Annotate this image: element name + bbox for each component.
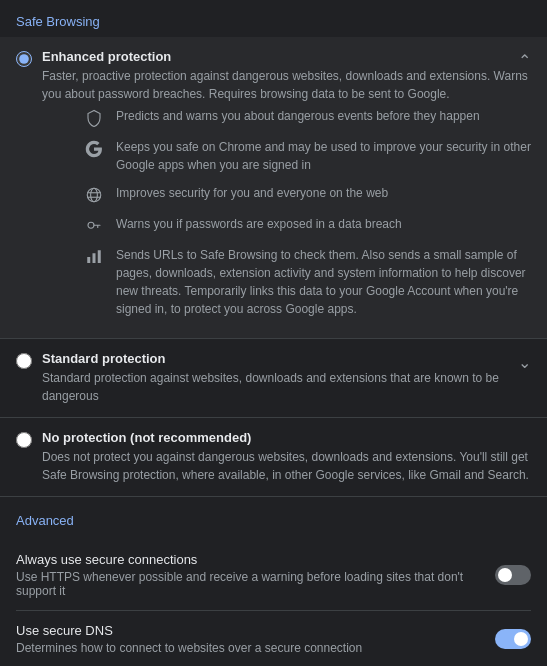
no-protection-desc: Does not protect you against dangerous w… bbox=[42, 448, 531, 484]
key-icon bbox=[84, 216, 104, 236]
feature-password: Warns you if passwords are exposed in a … bbox=[84, 215, 531, 236]
no-protection-title: No protection (not recommended) bbox=[42, 430, 531, 445]
secure-connections-row: Always use secure connections Use HTTPS … bbox=[16, 540, 531, 611]
no-protection-content: No protection (not recommended) Does not… bbox=[42, 430, 531, 484]
enhanced-desc: Faster, proactive protection against dan… bbox=[42, 67, 531, 103]
secure-connections-name: Always use secure connections bbox=[16, 552, 479, 567]
advanced-section: Advanced Always use secure connections U… bbox=[0, 497, 547, 666]
secure-dns-info: Use secure DNS Determines how to connect… bbox=[16, 623, 362, 655]
standard-protection-option: Standard protection Standard protection … bbox=[0, 339, 547, 418]
standard-radio[interactable] bbox=[16, 353, 32, 369]
standard-title: Standard protection bbox=[42, 351, 531, 366]
secure-dns-row: Use secure DNS Determines how to connect… bbox=[16, 611, 531, 666]
standard-desc: Standard protection against websites, do… bbox=[42, 369, 531, 405]
no-protection-radio[interactable] bbox=[16, 432, 32, 448]
svg-point-1 bbox=[91, 188, 98, 202]
feature-url-text: Sends URLs to Safe Browsing to check the… bbox=[116, 246, 531, 318]
standard-chevron[interactable]: ⌄ bbox=[518, 353, 531, 372]
google-icon bbox=[84, 139, 104, 159]
svg-point-0 bbox=[87, 188, 101, 202]
enhanced-radio-wrap[interactable] bbox=[16, 51, 32, 70]
secure-dns-knob bbox=[514, 632, 528, 646]
svg-point-4 bbox=[88, 222, 94, 228]
safe-browsing-title: Safe Browsing bbox=[0, 0, 547, 37]
secure-dns-name: Use secure DNS bbox=[16, 623, 362, 638]
safe-browsing-section: Safe Browsing Enhanced protection Faster… bbox=[0, 0, 547, 497]
feature-google-text: Keeps you safe on Chrome and may be used… bbox=[116, 138, 531, 174]
enhanced-content: Enhanced protection Faster, proactive pr… bbox=[42, 49, 531, 326]
no-protection-radio-wrap[interactable] bbox=[16, 432, 32, 451]
secure-connections-desc: Use HTTPS whenever possible and receive … bbox=[16, 570, 479, 598]
features-list: Predicts and warns you about dangerous e… bbox=[42, 103, 531, 326]
standard-content: Standard protection Standard protection … bbox=[42, 351, 531, 405]
feature-predict: Predicts and warns you about dangerous e… bbox=[84, 107, 531, 128]
enhanced-chevron[interactable]: ⌃ bbox=[518, 51, 531, 70]
enhanced-protection-option: Enhanced protection Faster, proactive pr… bbox=[0, 37, 547, 339]
feature-google: Keeps you safe on Chrome and may be used… bbox=[84, 138, 531, 174]
globe-icon bbox=[84, 185, 104, 205]
secure-connections-knob bbox=[498, 568, 512, 582]
no-protection-option: No protection (not recommended) Does not… bbox=[0, 418, 547, 497]
svg-rect-5 bbox=[87, 257, 90, 263]
svg-rect-7 bbox=[98, 250, 101, 263]
svg-rect-6 bbox=[93, 253, 96, 263]
feature-predict-text: Predicts and warns you about dangerous e… bbox=[116, 107, 480, 125]
secure-dns-desc: Determines how to connect to websites ov… bbox=[16, 641, 362, 655]
feature-globe-text: Improves security for you and everyone o… bbox=[116, 184, 388, 202]
shield-icon bbox=[84, 108, 104, 128]
feature-password-text: Warns you if passwords are exposed in a … bbox=[116, 215, 402, 233]
feature-globe: Improves security for you and everyone o… bbox=[84, 184, 531, 205]
secure-connections-toggle[interactable] bbox=[495, 565, 531, 585]
secure-dns-toggle[interactable] bbox=[495, 629, 531, 649]
standard-radio-wrap[interactable] bbox=[16, 353, 32, 372]
feature-url: Sends URLs to Safe Browsing to check the… bbox=[84, 246, 531, 318]
secure-connections-info: Always use secure connections Use HTTPS … bbox=[16, 552, 479, 598]
enhanced-radio[interactable] bbox=[16, 51, 32, 67]
advanced-title: Advanced bbox=[16, 513, 531, 528]
bar-chart-icon bbox=[84, 247, 104, 267]
enhanced-title: Enhanced protection bbox=[42, 49, 531, 64]
